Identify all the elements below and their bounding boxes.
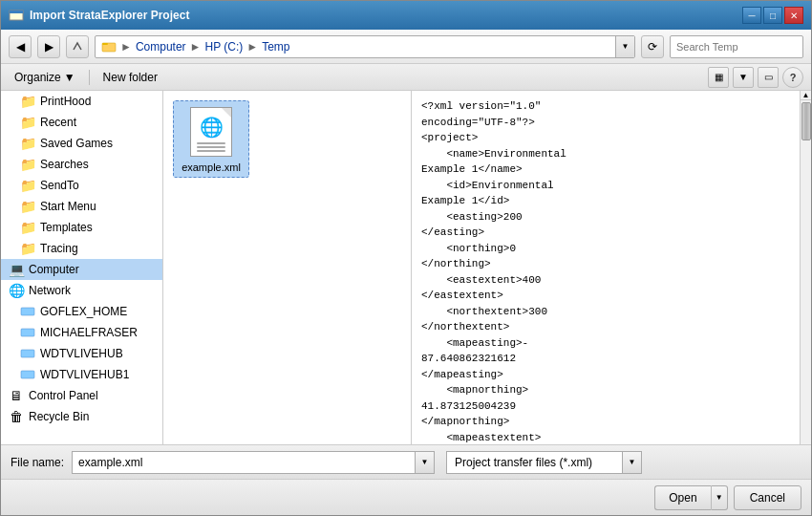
sidebar-item-searches[interactable]: 📁 Searches	[1, 154, 162, 175]
filetype-display: Project transfer files (*.xml)	[446, 451, 623, 474]
folder-icon	[101, 39, 117, 54]
separator-1	[89, 70, 90, 85]
filetype-value: Project transfer files (*.xml)	[455, 456, 592, 469]
forward-icon: ▶	[45, 40, 53, 54]
address-dropdown[interactable]: ▼	[615, 35, 634, 58]
view-details-button[interactable]: ▭	[758, 67, 779, 88]
path-part-2[interactable]: HP (C:)	[204, 40, 243, 54]
up-button[interactable]	[66, 35, 89, 58]
organize-arrow: ▼	[64, 71, 75, 84]
view-details-icon: ▭	[764, 72, 773, 82]
cancel-button[interactable]: Cancel	[734, 485, 801, 510]
help-button[interactable]: ?	[782, 67, 803, 88]
new-folder-button[interactable]: New folder	[97, 69, 163, 86]
title-controls: ─ □ ✕	[742, 7, 803, 24]
network-icon: 🌐	[9, 283, 24, 298]
preview-scrollbar[interactable]: ▲ ▼	[800, 91, 811, 444]
file-grid: 🌐 example.xml	[163, 91, 411, 444]
open-button-wrap: Open ▼	[654, 485, 727, 510]
folder-icon-tracing: 📁	[20, 241, 35, 256]
file-item-example-xml[interactable]: 🌐 example.xml	[173, 100, 249, 178]
new-folder-label: New folder	[103, 71, 158, 84]
back-button[interactable]: ◀	[9, 35, 32, 58]
svg-rect-7	[21, 371, 34, 378]
sidebar-item-tracing[interactable]: 📁 Tracing	[1, 238, 162, 259]
sidebar-item-michaelfraser[interactable]: MICHAELFRASER	[1, 322, 162, 343]
close-button[interactable]: ✕	[784, 7, 803, 24]
sidebar-item-sendto[interactable]: 📁 SendTo	[1, 175, 162, 196]
refresh-button[interactable]: ⟳	[641, 35, 664, 58]
sidebar-item-goflex[interactable]: GOFLEX_HOME	[1, 301, 162, 322]
folder-icon-printhood: 📁	[20, 94, 35, 109]
preview-area: <?xml version="1.0" encoding="UTF-8"?> <…	[412, 91, 811, 444]
path-sep-2: ►	[190, 40, 202, 54]
window-icon	[9, 8, 24, 23]
sidebar-item-control-panel[interactable]: 🖥 Control Panel	[1, 385, 162, 406]
computer-icon: 💻	[9, 262, 24, 277]
sidebar-item-wdtvlivehub1[interactable]: WDTVLIVEHUB1	[1, 364, 162, 385]
svg-rect-6	[21, 350, 34, 357]
search-bar[interactable]: 🔍	[670, 35, 803, 58]
organize-label: Organize	[14, 71, 61, 84]
control-panel-icon: 🖥	[9, 388, 24, 403]
search-input[interactable]	[671, 41, 803, 53]
path-part-1[interactable]: Computer	[136, 40, 186, 54]
sidebar-item-start-menu[interactable]: 📁 Start Menu	[1, 196, 162, 217]
minimize-button[interactable]: ─	[742, 7, 761, 24]
filetype-dropdown[interactable]: ▼	[623, 451, 642, 474]
back-icon: ◀	[16, 40, 25, 54]
main-content: 📁 PrintHood 📁 Recent 📁 Saved Games 📁 Sea…	[1, 91, 811, 444]
open-dropdown-button[interactable]: ▼	[711, 485, 728, 510]
sidebar: 📁 PrintHood 📁 Recent 📁 Saved Games 📁 Sea…	[1, 91, 163, 444]
view-icon: ▦	[715, 72, 723, 82]
view-toggle-button[interactable]: ▦	[708, 67, 729, 88]
svg-rect-4	[21, 308, 34, 315]
address-bar[interactable]: ► Computer ► HP (C:) ► Temp ▼	[95, 35, 635, 58]
sidebar-item-recycle-bin[interactable]: 🗑 Recycle Bin	[1, 406, 162, 427]
title-bar: Import StrataExplorer Project ─ □ ✕	[1, 1, 811, 30]
dropdown-arrow: ▼	[622, 42, 630, 51]
sidebar-item-wdtvlivehub[interactable]: WDTVLIVEHUB	[1, 343, 162, 364]
folder-icon-start-menu: 📁	[20, 199, 35, 214]
globe-icon: 🌐	[200, 116, 224, 139]
bottom-bar: File name: ▼ Project transfer files (*.x…	[1, 444, 811, 479]
michaelfraser-icon	[20, 325, 35, 340]
folder-icon-sendto: 📁	[20, 178, 35, 193]
toolbar: ◀ ▶ ► Computer ► HP (C:) ► Temp	[1, 30, 811, 64]
open-button[interactable]: Open	[654, 485, 710, 510]
maximize-button[interactable]: □	[763, 7, 782, 24]
sidebar-item-printhood[interactable]: 📁 PrintHood	[1, 91, 162, 112]
folder-icon-recent: 📁	[20, 115, 35, 130]
file-name: example.xml	[182, 161, 241, 173]
organize-button[interactable]: Organize ▼	[9, 69, 81, 86]
filename-label: File name:	[11, 456, 64, 469]
action-bar: Organize ▼ New folder ▦ ▼ ▭ ?	[1, 64, 811, 91]
filename-dropdown[interactable]: ▼	[416, 451, 435, 474]
path-part-3[interactable]: Temp	[262, 40, 289, 54]
main-window: Import StrataExplorer Project ─ □ ✕ ◀ ▶	[0, 0, 812, 516]
title-bar-left: Import StrataExplorer Project	[9, 8, 189, 23]
wdtvlivehub-icon	[20, 346, 35, 361]
filename-input-wrap: ▼	[72, 451, 435, 474]
sidebar-item-saved-games[interactable]: 📁 Saved Games	[1, 133, 162, 154]
file-icon-large: 🌐	[188, 105, 234, 159]
filetype-wrap: Project transfer files (*.xml) ▼	[446, 451, 642, 474]
path-sep-3: ►	[246, 40, 258, 54]
sidebar-item-templates[interactable]: 📁 Templates	[1, 217, 162, 238]
sidebar-item-computer[interactable]: 💻 Computer	[1, 259, 162, 280]
file-page: 🌐	[190, 107, 232, 157]
view-dropdown-button[interactable]: ▼	[733, 67, 754, 88]
open-dropdown-arrow: ▼	[716, 493, 723, 502]
sidebar-item-recent[interactable]: 📁 Recent	[1, 112, 162, 133]
svg-rect-5	[21, 329, 34, 336]
folder-icon-saved-games: 📁	[20, 136, 35, 151]
goflex-icon	[20, 304, 35, 319]
filename-input[interactable]	[72, 451, 416, 474]
action-buttons: Open ▼ Cancel	[1, 479, 811, 515]
file-lines	[197, 142, 225, 152]
sidebar-item-network[interactable]: 🌐 Network	[1, 280, 162, 301]
path-sep-1: ►	[120, 40, 132, 54]
view-dropdown-arrow: ▼	[738, 72, 748, 82]
forward-button[interactable]: ▶	[37, 35, 60, 58]
preview-content: <?xml version="1.0" encoding="UTF-8"?> <…	[412, 91, 800, 444]
